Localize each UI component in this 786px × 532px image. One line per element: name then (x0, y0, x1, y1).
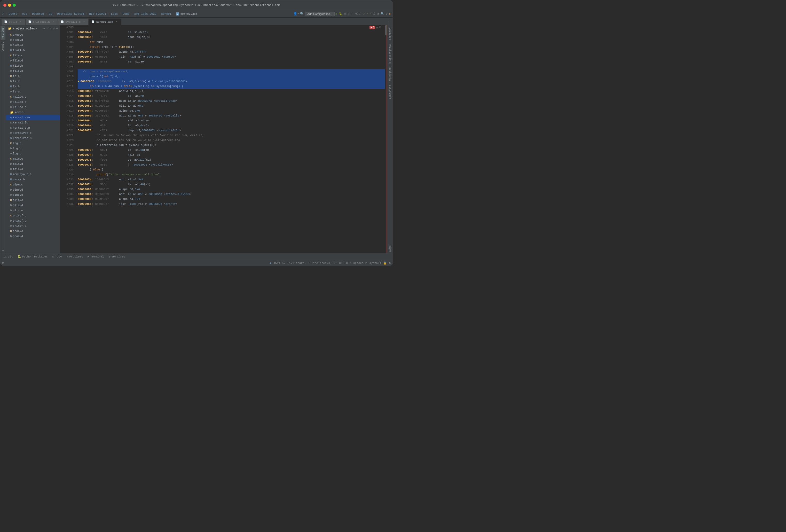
left-panel-project[interactable]: Project (1, 26, 5, 40)
coverage-icon[interactable]: ⊙ (344, 12, 346, 16)
nav-os[interactable]: Operating_System (57, 13, 85, 16)
file-proc-c[interactable]: Cproc.c (6, 229, 60, 234)
run-icon[interactable]: ▶ (336, 12, 338, 16)
file-log-c[interactable]: Clog.c (6, 141, 60, 146)
minimize-button[interactable] (8, 4, 11, 7)
project-dropdown-icon[interactable]: ▾ (36, 27, 38, 30)
nav-xv6[interactable]: xv6-labs-2023 (134, 13, 157, 16)
bottom-tab-services[interactable]: ◎ Services (107, 254, 127, 259)
expand-errors-icon[interactable]: ∨ (379, 26, 381, 29)
file-memlayout-h[interactable]: Hmemlayout.h (6, 172, 60, 177)
tab-cat-c-close[interactable]: × (19, 20, 22, 24)
file-plic-d[interactable]: Dplic.d (6, 203, 60, 208)
file-fs-o[interactable]: Ofs.o (6, 89, 60, 94)
file-kalloc-c[interactable]: Ckalloc.c (6, 94, 60, 99)
right-panel-bookmarks[interactable]: Bookmarks (388, 66, 392, 83)
debug-icon[interactable]: 🐛 (339, 12, 343, 16)
file-kernel-sym[interactable]: Skernel.sym (6, 125, 60, 131)
file-kernel-dir[interactable]: 📁kernel (6, 110, 60, 115)
file-kernel-asm[interactable]: Akernel.asm (6, 115, 60, 120)
file-kernelvec-o[interactable]: Okernelvec.o (6, 131, 60, 136)
file-printf-d[interactable]: Dprintf.d (6, 218, 60, 224)
profile-icon[interactable]: ⧖ (348, 13, 350, 16)
file-file-d[interactable]: Dfile.d (6, 58, 60, 63)
close-tree-icon[interactable]: – (56, 27, 58, 30)
sort-icon[interactable]: ⇅ (50, 27, 51, 30)
right-panel-notifications[interactable]: Notifications (388, 42, 392, 65)
search-nav-icon[interactable]: 🔍 (380, 12, 384, 16)
status-settings-icon[interactable]: ⚙ (389, 261, 391, 265)
file-printf-o[interactable]: Oprintf.o (6, 224, 60, 229)
status-lf[interactable]: LF (334, 262, 337, 265)
file-kalloc-d[interactable]: Dkalloc.d (6, 99, 60, 105)
file-file-o[interactable]: Ofile.o (6, 68, 60, 74)
add-configuration-button[interactable]: Add Configuration... (305, 11, 334, 16)
tab-syscall-close[interactable]: × (82, 20, 86, 24)
vertical-scrollbar[interactable] (385, 25, 387, 253)
bottom-tab-problems[interactable]: ⚠ Problems (65, 254, 85, 259)
status-position[interactable]: 4511:57 (274, 262, 285, 265)
file-main-d[interactable]: Dmain.d (6, 161, 60, 167)
status-encoding[interactable]: UTF-8 (339, 262, 348, 265)
status-filetype[interactable]: syscall (369, 262, 381, 265)
scope-icon[interactable]: ⊙ (43, 27, 45, 30)
file-exec-d[interactable]: Dexec.d (6, 38, 60, 43)
git-time-icon[interactable]: ⏱ (373, 12, 376, 16)
file-log-o[interactable]: Olog.o (6, 151, 60, 156)
file-main-o[interactable]: Omain.o (6, 167, 60, 172)
file-file-h[interactable]: Hfile.h (6, 63, 60, 68)
file-proc-d[interactable]: Dproc.d (6, 234, 60, 239)
nav-cs[interactable]: CS (49, 13, 52, 16)
file-file-c[interactable]: Cfile.c (6, 53, 60, 58)
code-content[interactable]: ● 2 ∧ ∨ 4500 4501 4502 4503 4504 (60, 25, 387, 253)
file-printf-c[interactable]: Cprintf.c (6, 213, 60, 218)
file-plic-c[interactable]: Cplic.c (6, 198, 60, 203)
nav-labs[interactable]: Labs (111, 13, 118, 16)
nav-desktop[interactable]: Desktop (32, 13, 44, 16)
bottom-tab-git[interactable]: ⎇ Git (1, 254, 15, 259)
nav-mit[interactable]: MIT-6.S081 (89, 13, 106, 16)
status-icon-expand[interactable]: ⊡ (2, 261, 4, 265)
git-lens-icon[interactable]: ◈ (389, 12, 391, 16)
tab-kernel-asm-close[interactable]: × (115, 20, 118, 24)
status-indent[interactable]: 4 spaces (350, 262, 364, 265)
file-kernel-ld[interactable]: Lkernel.ld (6, 120, 60, 125)
file-main-c[interactable]: Cmain.c (6, 156, 60, 161)
file-plic-o[interactable]: Oplic.o (6, 208, 60, 213)
tab-syscall[interactable]: 📄 syscall.c × (58, 18, 89, 25)
file-pipe-d[interactable]: Dpipe.d (6, 187, 60, 192)
file-exec-c[interactable]: Cexec.c (6, 32, 60, 38)
file-fs-h[interactable]: Hfs.h (6, 84, 60, 89)
nav-eve[interactable]: eve (22, 13, 27, 16)
right-panel-structure[interactable]: Structure (388, 84, 392, 100)
tab-cat-c[interactable]: 📄 cat.c × (1, 18, 25, 25)
maximize-button[interactable] (13, 4, 16, 7)
file-kalloc-o[interactable]: Okalloc.o (6, 105, 60, 110)
file-kernelvec-s[interactable]: Skernelvec.S (6, 136, 60, 141)
tab-kernel-asm[interactable]: 📄 kernel.asm × (89, 18, 121, 25)
bottom-tab-todo[interactable]: ☑ TODO (50, 254, 64, 259)
more-run-icon[interactable]: ⋯ (351, 12, 353, 16)
file-log-d[interactable]: Dlog.d (6, 146, 60, 151)
file-fcntl-h[interactable]: Hfcntl.h (6, 48, 60, 53)
file-fs-d[interactable]: Dfs.d (6, 79, 60, 84)
tabs-more-icon[interactable]: ⋮ (385, 18, 393, 25)
left-panel-diamond[interactable]: ◇ (1, 248, 5, 253)
file-pipe-c[interactable]: Cpipe.c (6, 182, 60, 187)
collapse-icon[interactable]: ≡ (46, 27, 48, 30)
settings-icon[interactable]: ⚙ (386, 12, 388, 16)
right-panel-database[interactable]: Database (388, 26, 392, 42)
left-panel-commit[interactable]: Commit (1, 41, 5, 53)
tab-initcode[interactable]: 📄 initcode.S × (25, 18, 58, 25)
collapse-errors-icon[interactable]: ∧ (376, 26, 378, 29)
editor-area[interactable]: ● 2 ∧ ∨ 4500 4501 4502 4503 4504 (60, 25, 387, 253)
bottom-tab-terminal[interactable]: ▶ Terminal (86, 254, 106, 259)
nav-root[interactable]: / (2, 13, 4, 16)
nav-users[interactable]: Users (9, 13, 17, 16)
close-button[interactable] (3, 4, 6, 7)
file-exec-o[interactable]: Oexec.o (6, 43, 60, 48)
bottom-tab-python[interactable]: 🐍 Python Packages (16, 254, 50, 259)
file-param-h[interactable]: Hparam.h (6, 177, 60, 182)
git-history-icon[interactable]: ↺ (377, 12, 379, 16)
tab-initcode-close[interactable]: × (51, 20, 55, 24)
